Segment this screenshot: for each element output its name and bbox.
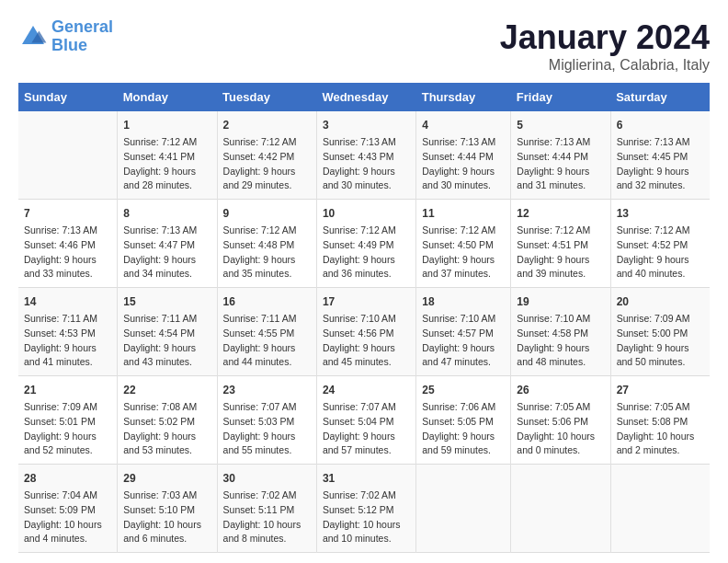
day-info: and 44 minutes. bbox=[223, 355, 311, 370]
day-info: Sunrise: 7:13 AM bbox=[517, 135, 604, 150]
calendar-cell: 19Sunrise: 7:10 AMSunset: 4:58 PMDayligh… bbox=[511, 288, 610, 376]
day-info: Sunset: 4:48 PM bbox=[223, 238, 311, 253]
day-info: Daylight: 9 hours bbox=[422, 341, 505, 356]
day-info: Sunrise: 7:13 AM bbox=[617, 135, 704, 150]
day-info: Sunrise: 7:11 AM bbox=[123, 312, 210, 327]
day-number: 16 bbox=[223, 293, 311, 310]
day-info: and 30 minutes. bbox=[323, 178, 410, 193]
day-info: Sunset: 5:08 PM bbox=[617, 415, 704, 430]
day-number: 31 bbox=[323, 470, 410, 487]
day-info: Sunrise: 7:12 AM bbox=[223, 135, 311, 150]
day-info: Sunrise: 7:07 AM bbox=[323, 400, 410, 415]
day-info: Daylight: 9 hours bbox=[323, 253, 410, 268]
day-info: Daylight: 9 hours bbox=[422, 253, 505, 268]
header-monday: Monday bbox=[118, 83, 217, 111]
day-info: Sunset: 5:05 PM bbox=[422, 415, 505, 430]
day-info: Sunrise: 7:02 AM bbox=[323, 488, 410, 503]
day-info: Sunrise: 7:12 AM bbox=[323, 224, 410, 238]
day-info: Sunrise: 7:11 AM bbox=[223, 312, 311, 327]
title-section: January 2024 Miglierina, Calabria, Italy bbox=[500, 18, 710, 74]
day-number: 1 bbox=[123, 117, 210, 133]
day-info: and 47 minutes. bbox=[422, 355, 505, 370]
day-info: Daylight: 9 hours bbox=[323, 341, 410, 356]
day-number: 3 bbox=[323, 117, 410, 133]
day-number: 14 bbox=[24, 293, 111, 310]
day-info: Sunset: 4:49 PM bbox=[323, 238, 410, 253]
day-info: Daylight: 9 hours bbox=[123, 430, 210, 444]
day-info: and 32 minutes. bbox=[617, 178, 704, 193]
day-info: and 36 minutes. bbox=[323, 267, 410, 282]
day-info: Sunset: 4:55 PM bbox=[223, 327, 311, 341]
header-saturday: Saturday bbox=[610, 83, 710, 111]
day-info: Sunrise: 7:04 AM bbox=[24, 488, 111, 503]
day-info: Sunrise: 7:13 AM bbox=[323, 135, 410, 150]
calendar-cell bbox=[18, 111, 118, 200]
day-info: Sunrise: 7:08 AM bbox=[123, 400, 210, 415]
day-info: Sunset: 5:00 PM bbox=[617, 327, 704, 341]
day-info: Sunrise: 7:11 AM bbox=[24, 312, 111, 327]
day-number: 28 bbox=[24, 470, 111, 487]
calendar-cell: 16Sunrise: 7:11 AMSunset: 4:55 PMDayligh… bbox=[217, 288, 316, 376]
day-info: Sunrise: 7:02 AM bbox=[223, 488, 311, 503]
day-info: Daylight: 9 hours bbox=[517, 165, 604, 179]
day-info: and 10 minutes. bbox=[323, 532, 410, 546]
calendar-cell: 22Sunrise: 7:08 AMSunset: 5:02 PMDayligh… bbox=[118, 376, 217, 465]
calendar-cell: 9Sunrise: 7:12 AMSunset: 4:48 PMDaylight… bbox=[217, 200, 316, 288]
calendar-cell: 30Sunrise: 7:02 AMSunset: 5:11 PMDayligh… bbox=[217, 465, 316, 553]
day-info: and 0 minutes. bbox=[517, 443, 604, 458]
day-info: Sunset: 4:42 PM bbox=[223, 150, 311, 165]
header-sunday: Sunday bbox=[18, 83, 118, 111]
day-info: Daylight: 9 hours bbox=[24, 430, 111, 444]
day-info: and 31 minutes. bbox=[517, 178, 604, 193]
day-number: 27 bbox=[617, 382, 704, 398]
day-info: Sunset: 4:54 PM bbox=[123, 327, 210, 341]
day-info: Daylight: 9 hours bbox=[517, 253, 604, 268]
calendar-cell: 21Sunrise: 7:09 AMSunset: 5:01 PMDayligh… bbox=[18, 376, 118, 465]
day-number: 22 bbox=[123, 382, 210, 398]
day-info: Sunset: 4:47 PM bbox=[123, 238, 210, 253]
day-number: 21 bbox=[24, 382, 111, 398]
day-info: Sunset: 5:11 PM bbox=[223, 503, 311, 518]
week-row-2: 7Sunrise: 7:13 AMSunset: 4:46 PMDaylight… bbox=[18, 200, 710, 288]
calendar-cell bbox=[416, 465, 511, 553]
day-number: 15 bbox=[123, 293, 210, 310]
day-info: Sunrise: 7:05 AM bbox=[617, 400, 704, 415]
day-info: Daylight: 10 hours bbox=[223, 518, 311, 533]
day-info: Sunset: 5:06 PM bbox=[517, 415, 604, 430]
day-info: Sunrise: 7:12 AM bbox=[422, 224, 505, 238]
day-info: Sunset: 4:58 PM bbox=[517, 327, 604, 341]
day-info: Daylight: 9 hours bbox=[617, 253, 704, 268]
day-info: Sunset: 5:10 PM bbox=[123, 503, 210, 518]
day-info: Daylight: 9 hours bbox=[223, 341, 311, 356]
calendar-cell bbox=[511, 465, 610, 553]
day-info: and 34 minutes. bbox=[123, 267, 210, 282]
day-info: Sunset: 5:12 PM bbox=[323, 503, 410, 518]
calendar-cell: 7Sunrise: 7:13 AMSunset: 4:46 PMDaylight… bbox=[18, 200, 118, 288]
calendar-cell: 25Sunrise: 7:06 AMSunset: 5:05 PMDayligh… bbox=[416, 376, 511, 465]
day-info: Sunset: 4:53 PM bbox=[24, 327, 111, 341]
day-info: Sunset: 4:50 PM bbox=[422, 238, 505, 253]
main-title: January 2024 bbox=[500, 18, 710, 57]
day-info: Sunrise: 7:07 AM bbox=[223, 400, 311, 415]
calendar-cell: 26Sunrise: 7:05 AMSunset: 5:06 PMDayligh… bbox=[511, 376, 610, 465]
calendar-cell: 27Sunrise: 7:05 AMSunset: 5:08 PMDayligh… bbox=[610, 376, 710, 465]
day-info: Sunrise: 7:06 AM bbox=[422, 400, 505, 415]
day-number: 5 bbox=[517, 117, 604, 133]
day-info: Daylight: 9 hours bbox=[223, 165, 311, 179]
day-info: Daylight: 9 hours bbox=[223, 253, 311, 268]
calendar-cell: 24Sunrise: 7:07 AMSunset: 5:04 PMDayligh… bbox=[316, 376, 415, 465]
day-info: and 52 minutes. bbox=[24, 443, 111, 458]
calendar-cell: 14Sunrise: 7:11 AMSunset: 4:53 PMDayligh… bbox=[18, 288, 118, 376]
day-info: Sunrise: 7:05 AM bbox=[517, 400, 604, 415]
week-row-4: 21Sunrise: 7:09 AMSunset: 5:01 PMDayligh… bbox=[18, 376, 710, 465]
day-info: Daylight: 10 hours bbox=[123, 518, 210, 533]
day-info: Daylight: 9 hours bbox=[617, 165, 704, 179]
day-info: Daylight: 9 hours bbox=[323, 165, 410, 179]
day-info: Sunrise: 7:10 AM bbox=[422, 312, 505, 327]
header-tuesday: Tuesday bbox=[217, 83, 316, 111]
day-info: Daylight: 9 hours bbox=[123, 165, 210, 179]
day-number: 9 bbox=[223, 205, 311, 222]
week-row-3: 14Sunrise: 7:11 AMSunset: 4:53 PMDayligh… bbox=[18, 288, 710, 376]
day-number: 13 bbox=[617, 205, 704, 222]
day-info: and 40 minutes. bbox=[617, 267, 704, 282]
